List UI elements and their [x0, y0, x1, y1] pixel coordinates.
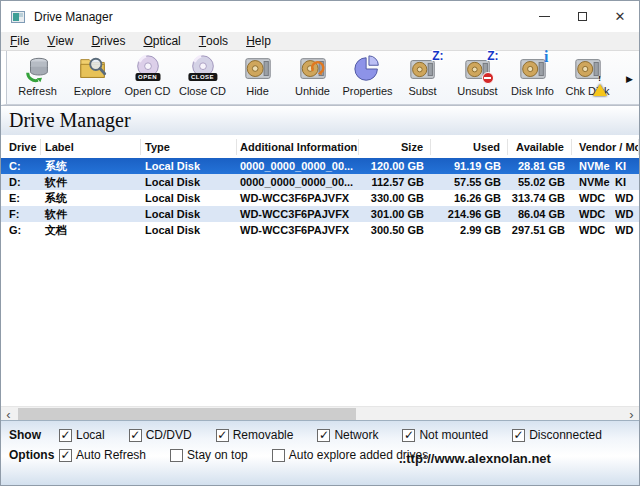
- table-row-drive-e[interactable]: E: 系统 Local Disk WD-WCC3F6PAJVFX 330.00 …: [1, 190, 639, 206]
- maximize-button[interactable]: [563, 1, 601, 32]
- disk-info-button[interactable]: i Disk Info: [505, 53, 560, 103]
- toolbar-label: Close CD: [179, 85, 226, 97]
- table-row-drive-f[interactable]: F: 软件 Local Disk WD-WCC3F6PAJVFX 301.00 …: [1, 206, 639, 222]
- hard-disk-icon: [242, 53, 274, 84]
- close-badge: CLOSE: [188, 73, 217, 81]
- scroll-left-icon[interactable]: ‹: [1, 407, 16, 421]
- hide-button[interactable]: Hide: [230, 53, 285, 103]
- section-header: Drive Manager: [1, 105, 639, 135]
- menu-optical[interactable]: Optical: [134, 32, 189, 50]
- column-header-size[interactable]: Size: [359, 139, 431, 155]
- explore-button[interactable]: Explore: [65, 53, 120, 103]
- warning-icon: !: [593, 72, 607, 85]
- close-icon: ✕: [615, 10, 626, 23]
- checkbox-network[interactable]: ✓Network: [317, 428, 378, 442]
- show-label: Show: [9, 428, 59, 442]
- column-header-drive[interactable]: Drive: [1, 139, 41, 155]
- toolbar-overflow-button[interactable]: ▶: [626, 74, 633, 84]
- close-cd-button[interactable]: CLOSE Close CD: [175, 53, 230, 103]
- remove-icon: [482, 72, 494, 84]
- open-badge: OPEN: [135, 73, 160, 81]
- open-cd-button[interactable]: OPEN Open CD: [120, 53, 175, 103]
- close-button[interactable]: ✕: [601, 1, 639, 32]
- refresh-button[interactable]: Refresh: [10, 53, 65, 103]
- maximize-icon: [578, 12, 587, 21]
- toolbar: Refresh Explore OPEN: [1, 51, 639, 105]
- checkbox-local[interactable]: ✓Local: [59, 428, 105, 442]
- scrollbar-thumb[interactable]: [18, 408, 356, 420]
- checkbox-mark: ✓: [59, 449, 72, 462]
- hard-disk-subst-icon: Z:: [407, 53, 439, 84]
- menu-view[interactable]: View: [38, 32, 82, 50]
- table-header: Drive Label Type Additional Information …: [1, 135, 639, 158]
- options-panel: Show ✓Local ✓CD/DVD ✓Removable ✓Network …: [1, 420, 639, 485]
- show-row: Show ✓Local ✓CD/DVD ✓Removable ✓Network …: [9, 428, 635, 442]
- column-header-label[interactable]: Label: [41, 139, 141, 155]
- properties-button[interactable]: Properties: [340, 53, 395, 103]
- toolbar-label: Unsubst: [457, 85, 497, 97]
- window-title: Drive Manager: [34, 10, 113, 24]
- toolbar-label: Unhide: [295, 85, 330, 97]
- window-controls: ✕: [525, 1, 639, 32]
- drive-list: C: 系统 Local Disk 0000_0000_0000_00... 12…: [1, 158, 639, 406]
- menu-file[interactable]: File: [1, 32, 38, 50]
- column-header-vendor[interactable]: Vendor / Model: [572, 139, 639, 155]
- checkbox-stay-on-top[interactable]: Stay on top: [170, 448, 248, 462]
- cd-open-icon: OPEN: [132, 53, 164, 84]
- menu-drives[interactable]: Drives: [82, 32, 134, 50]
- column-header-used[interactable]: Used: [431, 139, 508, 155]
- checkbox-not-mounted[interactable]: ✓Not mounted: [402, 428, 488, 442]
- cd-close-icon: CLOSE: [187, 53, 219, 84]
- page-title: Drive Manager: [9, 109, 131, 132]
- toolbar-label: Open CD: [125, 85, 171, 97]
- refresh-disks-icon: [22, 53, 54, 84]
- hard-disk-warning-icon: !: [572, 53, 604, 84]
- table-row-drive-d[interactable]: D: 软件 Local Disk 0000_0000_0000_00... 11…: [1, 174, 639, 190]
- checkbox-mark: ✓: [216, 429, 229, 442]
- options-label: Options: [9, 448, 59, 462]
- hard-disk-unhide-icon: [297, 53, 329, 84]
- column-header-available[interactable]: Available: [508, 139, 572, 155]
- checkbox-mark: ✓: [129, 429, 142, 442]
- checkbox-cd-dvd[interactable]: ✓CD/DVD: [129, 428, 192, 442]
- checkbox-mark: ✓: [317, 429, 330, 442]
- drive-letter-overlay: Z:: [432, 50, 443, 62]
- title-bar: Drive Manager ✕: [1, 1, 639, 32]
- toolbar-label: Subst: [408, 85, 436, 97]
- toolbar-label: Properties: [342, 85, 392, 97]
- info-icon: i: [544, 49, 548, 65]
- drive-letter-overlay: Z:: [487, 50, 498, 62]
- toolbar-label: Explore: [74, 85, 111, 97]
- checkbox-disconnected[interactable]: ✓Disconnected: [512, 428, 602, 442]
- unsubst-button[interactable]: Z: Unsubst: [450, 53, 505, 103]
- hard-disk-info-icon: i: [517, 53, 549, 84]
- drive-manager-window: Drive Manager ✕ File View Drives Optical…: [0, 0, 640, 486]
- folder-search-icon: [77, 53, 109, 84]
- checkbox-mark: ✓: [512, 429, 525, 442]
- checkbox-mark: [170, 449, 183, 462]
- website-link[interactable]: ..ttp://www.alexnolan.net: [399, 451, 551, 466]
- toolbar-label: Refresh: [18, 85, 57, 97]
- menu-tools[interactable]: Tools: [190, 32, 237, 50]
- checkbox-mark: ✓: [59, 429, 72, 442]
- horizontal-scrollbar[interactable]: ‹ ›: [1, 406, 639, 420]
- chk-disk-button[interactable]: ! Chk Disk: [560, 53, 615, 103]
- table-row-drive-c[interactable]: C: 系统 Local Disk 0000_0000_0000_00... 12…: [1, 158, 639, 174]
- table-row-drive-g[interactable]: G: 文档 Local Disk WD-WCC3F6PAJVFX 300.50 …: [1, 222, 639, 238]
- menu-help[interactable]: Help: [237, 32, 280, 50]
- app-icon: [11, 11, 25, 23]
- minimize-icon: [539, 16, 550, 17]
- toolbar-label: Hide: [246, 85, 269, 97]
- unhide-button[interactable]: Unhide: [285, 53, 340, 103]
- checkbox-auto-refresh[interactable]: ✓Auto Refresh: [59, 448, 146, 462]
- hard-disk-unsubst-icon: Z:: [462, 53, 494, 84]
- scroll-right-icon[interactable]: ›: [624, 407, 639, 421]
- checkbox-mark: ✓: [402, 429, 415, 442]
- minimize-button[interactable]: [525, 1, 563, 32]
- column-header-info[interactable]: Additional Information: [237, 139, 359, 155]
- checkbox-removable[interactable]: ✓Removable: [216, 428, 294, 442]
- column-header-type[interactable]: Type: [141, 139, 237, 155]
- pie-chart-icon: [352, 53, 384, 84]
- subst-button[interactable]: Z: Subst: [395, 53, 450, 103]
- toolbar-label: Disk Info: [511, 85, 554, 97]
